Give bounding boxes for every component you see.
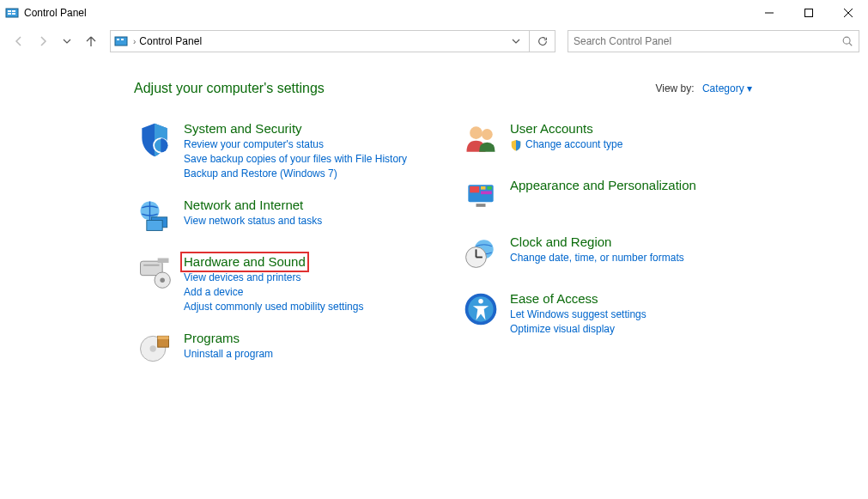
svg-rect-22 xyxy=(158,259,169,264)
svg-point-12 xyxy=(843,37,850,44)
link-optimize-visual-display[interactable]: Optimize visual display xyxy=(510,322,615,337)
category-appearance-and-personalization: Appearance and Personalization xyxy=(460,177,752,218)
user-accounts-icon xyxy=(460,120,501,161)
category-title-hardware-and-sound[interactable]: Hardware and Sound xyxy=(184,253,363,271)
link-change-date-time-or-number-formats[interactable]: Change date, time, or number formats xyxy=(510,251,684,265)
chevron-right-icon[interactable]: › xyxy=(130,37,139,46)
category-hardware-and-sound: Hardware and SoundView devices and print… xyxy=(134,253,426,314)
svg-rect-4 xyxy=(12,13,15,15)
viewby-label: View by: xyxy=(655,82,694,94)
link-add-a-device[interactable]: Add a device xyxy=(184,285,243,300)
svg-rect-2 xyxy=(12,10,15,12)
svg-rect-17 xyxy=(147,221,162,231)
svg-line-13 xyxy=(849,43,852,46)
svg-point-24 xyxy=(150,345,156,351)
search-box[interactable] xyxy=(568,30,859,52)
link-save-backup-copies-of-your-files-with-file-history[interactable]: Save backup copies of your files with Fi… xyxy=(184,152,407,167)
svg-rect-26 xyxy=(158,336,169,339)
category-title-system-and-security[interactable]: System and Security xyxy=(184,120,407,137)
svg-point-41 xyxy=(478,299,483,304)
window-title: Control Panel xyxy=(24,7,87,19)
recent-locations-button[interactable] xyxy=(57,31,77,52)
programs-icon xyxy=(134,330,175,371)
shield-icon xyxy=(510,139,522,151)
link-change-account-type[interactable]: Change account type xyxy=(525,137,622,152)
category-system-and-security: System and SecurityReview your computer'… xyxy=(134,120,426,181)
system-and-security-icon xyxy=(134,120,175,161)
category-title-network-and-internet[interactable]: Network and Internet xyxy=(184,197,322,214)
category-network-and-internet: Network and InternetView network status … xyxy=(134,197,426,238)
svg-rect-9 xyxy=(115,37,127,46)
address-dropdown-icon[interactable] xyxy=(512,37,525,46)
back-button[interactable] xyxy=(9,31,29,52)
svg-rect-3 xyxy=(8,13,11,15)
svg-rect-31 xyxy=(470,186,479,192)
forward-button[interactable] xyxy=(33,31,53,52)
svg-rect-30 xyxy=(476,204,486,207)
address-bar[interactable]: › Control Panel xyxy=(110,30,530,52)
app-icon xyxy=(5,6,19,20)
link-let-windows-suggest-settings[interactable]: Let Windows suggest settings xyxy=(510,307,646,322)
link-uninstall-a-program[interactable]: Uninstall a program xyxy=(184,347,273,362)
svg-rect-11 xyxy=(121,39,124,40)
view-by: View by: Category ▾ xyxy=(655,82,752,94)
svg-rect-1 xyxy=(8,10,11,12)
page-heading: Adjust your computer's settings xyxy=(134,81,325,96)
maximize-button[interactable] xyxy=(789,0,829,26)
appearance-and-personalization-icon xyxy=(460,177,501,218)
category-ease-of-access: Ease of AccessLet Windows suggest settin… xyxy=(460,290,752,337)
link-adjust-commonly-used-mobility-settings[interactable]: Adjust commonly used mobility settings xyxy=(184,300,363,314)
breadcrumb-current[interactable]: Control Panel xyxy=(139,35,202,47)
svg-rect-6 xyxy=(805,9,813,17)
category-user-accounts: User AccountsChange account type xyxy=(460,120,752,161)
category-title-appearance-and-personalization[interactable]: Appearance and Personalization xyxy=(510,177,696,194)
category-column-left: System and SecurityReview your computer'… xyxy=(134,120,426,371)
svg-point-27 xyxy=(470,126,483,139)
svg-rect-34 xyxy=(481,192,492,195)
title-bar: Control Panel xyxy=(0,0,868,26)
category-title-ease-of-access[interactable]: Ease of Access xyxy=(510,290,646,307)
minimize-button[interactable] xyxy=(750,0,789,26)
category-title-clock-and-region[interactable]: Clock and Region xyxy=(510,234,684,251)
link-view-devices-and-printers[interactable]: View devices and printers xyxy=(184,271,301,285)
search-icon[interactable] xyxy=(841,35,853,47)
svg-rect-33 xyxy=(487,186,492,190)
close-button[interactable] xyxy=(829,0,868,26)
network-and-internet-icon xyxy=(134,197,175,238)
search-input[interactable] xyxy=(574,35,841,47)
svg-point-21 xyxy=(160,277,165,283)
viewby-dropdown[interactable]: Category ▾ xyxy=(702,82,752,94)
clock-and-region-icon xyxy=(460,234,501,275)
highlighted-category: Hardware and Sound xyxy=(180,252,309,272)
content-area: Adjust your computer's settings View by:… xyxy=(0,57,868,388)
svg-point-28 xyxy=(482,129,493,140)
control-panel-icon xyxy=(114,34,128,48)
link-view-network-status-and-tasks[interactable]: View network status and tasks xyxy=(184,214,322,228)
category-column-right: User AccountsChange account typeAppearan… xyxy=(460,120,752,371)
category-clock-and-region: Clock and RegionChange date, time, or nu… xyxy=(460,234,752,275)
up-button[interactable] xyxy=(81,31,101,52)
nav-bar: › Control Panel xyxy=(0,26,868,57)
link-backup-and-restore-windows-7[interactable]: Backup and Restore (Windows 7) xyxy=(184,167,337,181)
hardware-and-sound-icon xyxy=(134,253,175,295)
category-title-programs[interactable]: Programs xyxy=(184,330,273,347)
category-programs: ProgramsUninstall a program xyxy=(134,330,426,371)
link-review-your-computer-s-status[interactable]: Review your computer's status xyxy=(184,137,324,152)
svg-rect-10 xyxy=(117,39,119,40)
refresh-button[interactable] xyxy=(530,30,555,52)
category-title-user-accounts[interactable]: User Accounts xyxy=(510,120,622,137)
svg-rect-32 xyxy=(481,186,486,190)
svg-rect-19 xyxy=(143,265,159,266)
ease-of-access-icon xyxy=(460,290,501,332)
